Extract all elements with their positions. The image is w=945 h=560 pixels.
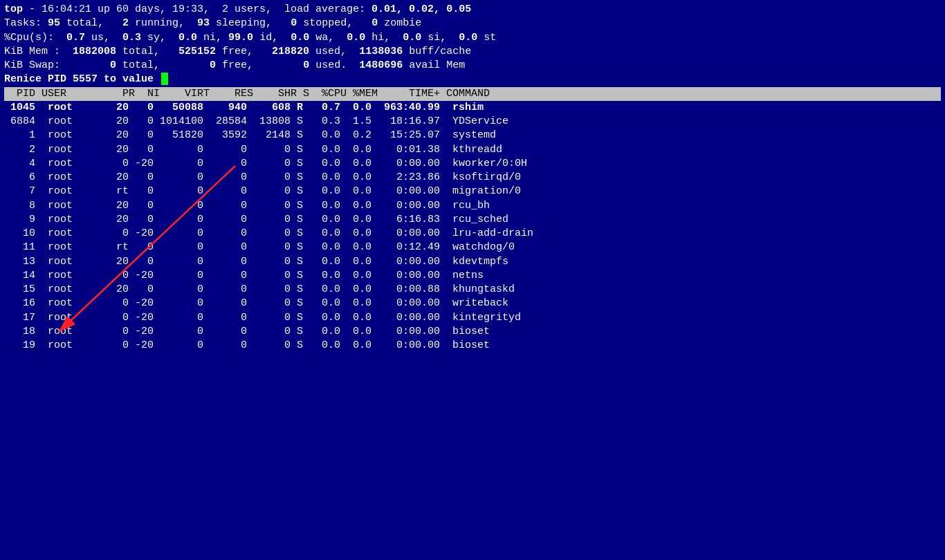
process-row: 1 root 20 0 51820 3592 2148 S 0.0 0.2 15… <box>4 129 941 142</box>
header-line5: KiB Swap: 0 total, 0 free, 0 used. 14806… <box>4 59 941 73</box>
cpu-sy: 0.3 <box>122 32 141 44</box>
top-label: top <box>4 3 23 15</box>
process-row: 13 root 20 0 0 0 0 S 0.0 0.0 0:00.00 kde… <box>4 255 941 269</box>
renice-line: Renice PID 5557 to value <box>4 73 941 86</box>
cpu-ni: 0.0 <box>178 32 197 44</box>
process-row: 11 root rt 0 0 0 0 S 0.0 0.0 0:12.49 wat… <box>4 241 941 254</box>
swap-avail: 1480696 <box>359 59 403 71</box>
header-line3: %Cpu(s): 0.7 us, 0.3 sy, 0.0 ni, 99.0 id… <box>4 31 941 45</box>
process-row: 17 root 0 -20 0 0 0 S 0.0 0.0 0:00.00 ki… <box>4 311 941 325</box>
process-row: 7 root rt 0 0 0 0 S 0.0 0.0 0:00.00 migr… <box>4 185 941 198</box>
mem-free: 525152 <box>178 46 216 57</box>
mem-total: 1882008 <box>73 46 116 57</box>
mem-buff: 1138036 <box>359 46 403 57</box>
header-line4: KiB Mem : 1882008 total, 525152 free, 21… <box>4 45 941 59</box>
header-line2: Tasks: 95 total, 2 running, 93 sleeping,… <box>4 17 941 30</box>
process-list: 1045 root 20 0 50088 940 608 R 0.7 0.0 9… <box>4 101 941 353</box>
tasks-sleeping: 93 <box>197 17 210 29</box>
header-time: - 16:04:21 up 60 days, 19:33, 2 users, l… <box>23 3 371 15</box>
input-cursor <box>161 73 168 85</box>
mem-used: 218820 <box>272 46 309 57</box>
cpu-id: 99.0 <box>228 32 253 44</box>
process-row: 15 root 20 0 0 0 0 S 0.0 0.0 0:00.88 khu… <box>4 283 941 297</box>
table-header-row: PID USER PR NI VIRT RES SHR S %CPU %MEM … <box>4 87 941 101</box>
process-row: 18 root 0 -20 0 0 0 S 0.0 0.0 0:00.00 bi… <box>4 325 941 339</box>
process-row: 4 root 0 -20 0 0 0 S 0.0 0.0 0:00.00 kwo… <box>4 157 941 171</box>
process-row: 6884 root 20 0 1014100 28584 13808 S 0.3… <box>4 115 941 129</box>
load-values: 0.01, 0.02, 0.05 <box>371 3 471 15</box>
tasks-total: 95 <box>48 17 60 29</box>
tasks-stopped: 0 <box>291 17 297 29</box>
process-row: 19 root 0 -20 0 0 0 S 0.0 0.0 0:00.00 bi… <box>4 339 941 353</box>
process-row: 8 root 20 0 0 0 0 S 0.0 0.0 0:00.00 rcu_… <box>4 199 941 213</box>
cpu-us: 0.7 <box>66 32 85 44</box>
tasks-running: 2 <box>122 17 129 29</box>
cpu-si: 0.0 <box>403 32 421 44</box>
swap-free: 0 <box>210 59 216 71</box>
process-row: 14 root 0 -20 0 0 0 S 0.0 0.0 0:00.00 ne… <box>4 269 941 283</box>
cpu-wa: 0.0 <box>291 32 309 44</box>
process-row: 2 root 20 0 0 0 0 S 0.0 0.0 0:01.38 kthr… <box>4 143 941 157</box>
tasks-zombie: 0 <box>371 17 378 29</box>
renice-text: Renice PID 5557 to value <box>4 73 160 85</box>
header-line1: top - 16:04:21 up 60 days, 19:33, 2 user… <box>4 3 941 17</box>
process-row: 6 root 20 0 0 0 0 S 0.0 0.0 2:23.86 ksof… <box>4 171 941 185</box>
process-row: 9 root 20 0 0 0 0 S 0.0 0.0 6:16.83 rcu_… <box>4 213 941 227</box>
cpu-hi: 0.0 <box>347 32 365 44</box>
swap-used: 0 <box>303 59 309 71</box>
swap-total: 0 <box>110 59 116 71</box>
process-row: 1045 root 20 0 50088 940 608 R 0.7 0.0 9… <box>4 101 941 115</box>
cpu-st: 0.0 <box>459 32 477 44</box>
terminal-output: top - 16:04:21 up 60 days, 19:33, 2 user… <box>4 3 941 353</box>
process-row: 16 root 0 -20 0 0 0 S 0.0 0.0 0:00.00 wr… <box>4 297 941 310</box>
process-row: 10 root 0 -20 0 0 0 S 0.0 0.0 0:00.00 lr… <box>4 227 941 241</box>
